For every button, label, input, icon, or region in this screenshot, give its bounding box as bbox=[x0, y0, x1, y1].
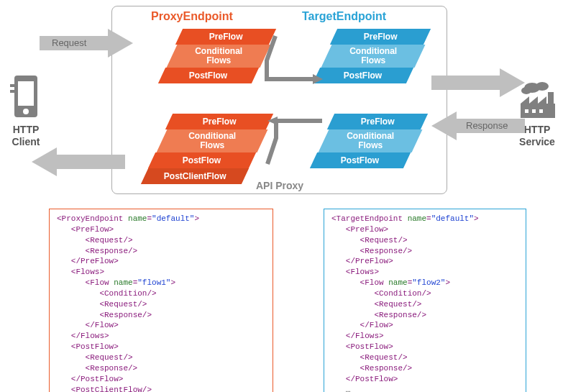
client-label: HTTPClient bbox=[4, 124, 47, 148]
svg-marker-10 bbox=[529, 96, 538, 104]
target-xml-box: <TargetEndpoint name="default"> <PreFlow… bbox=[324, 209, 526, 392]
preflow-label: PreFlow bbox=[361, 117, 395, 127]
response-label: Response bbox=[466, 120, 508, 131]
svg-point-6 bbox=[536, 82, 549, 91]
svg-marker-11 bbox=[538, 96, 546, 104]
postflow-label: PostFlow bbox=[189, 71, 227, 81]
svg-rect-3 bbox=[10, 84, 14, 87]
proxy-response-stack: PreFlow ConditionalFlows PostFlow PostCl… bbox=[133, 114, 270, 186]
preflow-label: PreFlow bbox=[209, 32, 243, 42]
xml-line: <TargetEndpoint name="default"> bbox=[331, 214, 479, 223]
connector-bottom bbox=[259, 114, 327, 178]
target-endpoint-title: TargetEndpoint bbox=[302, 10, 386, 23]
svg-rect-1 bbox=[18, 81, 34, 106]
svg-marker-9 bbox=[521, 96, 529, 104]
svg-marker-19 bbox=[32, 147, 125, 176]
proxy-endpoint-title: ProxyEndpoint bbox=[151, 10, 233, 23]
condflow-label: ConditionalFlows bbox=[195, 47, 242, 65]
postflow-label: PostFlow bbox=[344, 71, 382, 81]
condflow-label: ConditionalFlows bbox=[349, 47, 397, 65]
svg-rect-4 bbox=[10, 90, 14, 93]
svg-rect-15 bbox=[539, 109, 543, 113]
svg-point-2 bbox=[23, 109, 29, 114]
proxy-request-stack: PreFlow ConditionalFlows PostFlow bbox=[155, 29, 270, 86]
condflow-label: ConditionalFlows bbox=[347, 132, 394, 150]
request-label: Request bbox=[52, 37, 86, 48]
svg-rect-13 bbox=[525, 109, 528, 113]
out-arrow-top bbox=[431, 68, 525, 97]
svg-marker-17 bbox=[431, 68, 525, 97]
connector-top bbox=[262, 29, 327, 94]
preflow-label: PreFlow bbox=[364, 32, 398, 42]
xml-line: <ProxyEndpoint name="default"> bbox=[57, 214, 199, 223]
svg-rect-14 bbox=[532, 109, 536, 113]
postflow-label: PostFlow bbox=[341, 156, 379, 165]
phone-icon bbox=[10, 76, 42, 120]
proxy-xml-box: <ProxyEndpoint name="default"> <PreFlow>… bbox=[49, 209, 273, 392]
out-arrow-bottom bbox=[32, 147, 125, 176]
condflow-label: ConditionalFlows bbox=[188, 132, 236, 150]
svg-marker-20 bbox=[313, 74, 323, 84]
preflow-label: PreFlow bbox=[203, 117, 237, 127]
postflow-label: PostFlow bbox=[183, 156, 221, 165]
svg-marker-21 bbox=[267, 117, 278, 125]
svg-rect-12 bbox=[548, 92, 554, 118]
postclientflow-label: PostClientFlow bbox=[164, 172, 226, 181]
